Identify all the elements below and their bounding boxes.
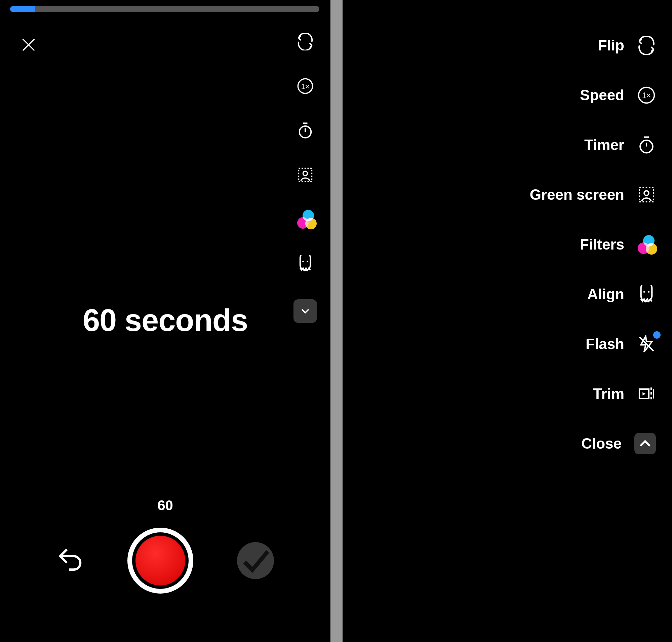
green-screen-icon (297, 166, 314, 184)
menu-label: Trim (593, 385, 624, 402)
menu-item-trim[interactable]: Trim (530, 382, 656, 406)
recording-progress-fill (10, 6, 35, 12)
menu-label: Flash (585, 336, 624, 352)
menu-label: Speed (580, 87, 624, 104)
app-root: 1× (0, 0, 672, 642)
svg-point-14 (640, 140, 652, 153)
chevron-up-icon (634, 433, 656, 454)
svg-point-19 (648, 291, 650, 293)
menu-label: Filters (580, 236, 624, 253)
align-icon (637, 285, 656, 304)
filters-icon (637, 235, 656, 254)
filters-button[interactable] (297, 210, 314, 228)
menu-item-flash[interactable]: Flash (530, 332, 656, 356)
undo-button[interactable] (57, 547, 84, 574)
recording-progress-bar[interactable] (10, 6, 319, 12)
svg-point-18 (643, 291, 645, 293)
flip-icon (637, 36, 656, 55)
menu-item-flip[interactable]: Flip (530, 34, 656, 57)
timer-icon (297, 122, 314, 139)
menu-item-speed[interactable]: Speed 1× (530, 84, 656, 107)
menu-label: Green screen (530, 186, 624, 203)
tools-menu-panel: Flip Speed 1× Timer (343, 0, 672, 642)
camera-panel: 1× (0, 0, 331, 642)
undo-icon (57, 547, 84, 574)
trim-icon (637, 384, 656, 403)
menu-label: Timer (584, 137, 624, 153)
svg-text:1×: 1× (301, 82, 310, 91)
confirm-button[interactable] (237, 542, 274, 579)
svg-point-8 (303, 171, 308, 176)
menu-label: Flip (598, 37, 624, 54)
svg-point-17 (644, 191, 649, 195)
flip-button[interactable] (297, 33, 314, 50)
align-button[interactable] (297, 255, 314, 272)
menu-label: Align (587, 286, 624, 303)
duration-selector[interactable]: 60 (0, 497, 331, 514)
menu-item-filters[interactable]: Filters (530, 233, 656, 256)
record-controls: 60 (0, 497, 331, 615)
record-button[interactable] (127, 528, 193, 593)
notification-dot (653, 331, 661, 339)
menu-item-green-screen[interactable]: Green screen (530, 183, 656, 206)
timer-button[interactable] (297, 122, 314, 139)
tools-menu-list: Flip Speed 1× Timer (530, 34, 656, 455)
svg-point-9 (302, 261, 303, 262)
svg-rect-16 (639, 188, 654, 202)
close-button[interactable] (17, 33, 40, 56)
filters-icon (297, 210, 314, 229)
duration-display: 60 seconds (0, 303, 331, 338)
svg-rect-7 (299, 168, 312, 182)
panel-divider (331, 0, 343, 642)
record-inner-icon (135, 536, 185, 586)
speed-button[interactable]: 1× (297, 77, 314, 95)
svg-text:1×: 1× (642, 91, 651, 100)
menu-item-timer[interactable]: Timer (530, 133, 656, 157)
timer-icon (637, 136, 656, 154)
green-screen-button[interactable] (297, 166, 314, 184)
svg-point-10 (307, 261, 308, 262)
speed-icon: 1× (637, 86, 656, 105)
flip-icon (297, 33, 314, 50)
svg-marker-23 (643, 392, 645, 395)
flash-off-icon (637, 335, 656, 354)
menu-item-align[interactable]: Align (530, 282, 656, 306)
green-screen-icon (637, 185, 656, 204)
check-icon (237, 542, 274, 579)
close-icon (20, 36, 37, 53)
menu-item-close[interactable]: Close (530, 432, 656, 455)
align-icon (297, 255, 314, 272)
speed-icon: 1× (297, 77, 314, 95)
camera-tools-column: 1× (294, 33, 317, 323)
menu-label: Close (581, 435, 622, 452)
